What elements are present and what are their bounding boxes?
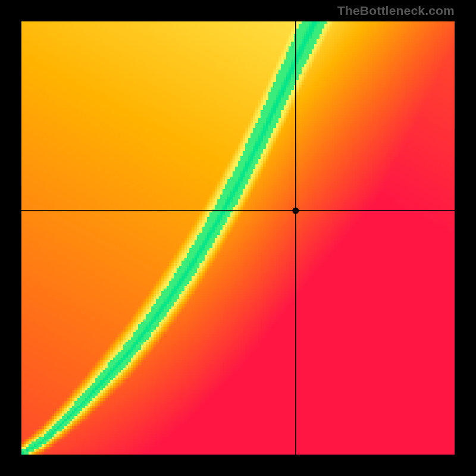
watermark-text: TheBottleneck.com [337, 4, 455, 18]
chart-frame: TheBottleneck.com [0, 0, 476, 476]
heatmap-plot [21, 21, 455, 455]
heatmap-canvas [21, 21, 455, 455]
